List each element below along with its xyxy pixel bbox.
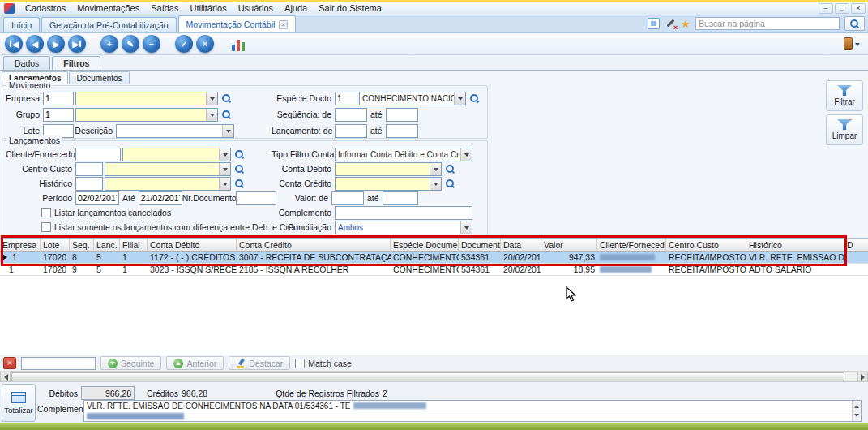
col-data[interactable]: Data <box>501 239 541 252</box>
filtrar-button[interactable]: Filtrar <box>826 80 863 111</box>
lancamento-de-input[interactable] <box>335 124 367 138</box>
add-record-button[interactable]: + <box>100 35 118 53</box>
lancamento-ate-input[interactable] <box>386 124 418 138</box>
historico-input[interactable] <box>75 177 103 191</box>
tab-movimentacao-contabil[interactable]: Movimentação Contábil × <box>178 15 297 32</box>
tools-icon[interactable] <box>665 18 676 29</box>
highlight-button[interactable]: Destacar <box>229 356 290 370</box>
empresa-combo[interactable] <box>75 92 218 105</box>
menu-ajuda[interactable]: Ajuda <box>279 2 313 14</box>
col-especie-documento[interactable]: Espécie Documento <box>391 239 459 252</box>
cliente-fornecedor-combo[interactable] <box>122 148 231 161</box>
panel-icon[interactable] <box>648 18 660 29</box>
tab-filtros[interactable]: Filtros <box>52 56 100 70</box>
scroll-down-icon[interactable] <box>854 414 859 419</box>
memo-scrollbar[interactable] <box>852 401 861 421</box>
tab-close-icon[interactable]: × <box>279 20 288 29</box>
periodo-ate-input[interactable] <box>139 191 182 205</box>
cliente-lookup-icon[interactable] <box>233 148 246 161</box>
scrollbar-thumb[interactable] <box>11 372 844 381</box>
empresa-lookup-icon[interactable] <box>220 92 233 105</box>
maximize-button[interactable]: □ <box>835 3 849 14</box>
minimize-button[interactable]: – <box>819 3 833 14</box>
scroll-up-icon[interactable] <box>854 402 859 408</box>
previous-record-button[interactable]: ◀ <box>26 35 44 53</box>
page-search-input[interactable] <box>695 17 840 30</box>
find-previous-button[interactable]: Anterior <box>166 356 224 370</box>
listar-cancelados-checkbox[interactable] <box>41 208 51 217</box>
valor-de-input[interactable] <box>331 191 364 205</box>
conta-debito-lookup-icon[interactable] <box>443 162 457 176</box>
grid-row-1[interactable]: 1 17020 8 5 1 1172 - ( - ) CRÉDITOS 3007… <box>0 252 868 264</box>
totalizar-button[interactable]: Totalizar <box>2 384 36 422</box>
find-next-button[interactable]: Seguinte <box>100 356 161 370</box>
find-close-button[interactable]: × <box>3 357 16 369</box>
col-centro-custo[interactable]: Centro Custo <box>666 239 746 252</box>
find-input[interactable] <box>21 357 96 370</box>
especie-docto-combo[interactable]: CONHECIMENTO NACIONAL <box>359 92 466 105</box>
search-button[interactable] <box>844 16 865 31</box>
tipo-filtro-conta-combo[interactable]: Informar Conta Débito e Conta Crédito <box>335 148 472 161</box>
col-empresa[interactable]: Empresa <box>0 239 41 252</box>
complemento-filter-input[interactable] <box>335 206 472 220</box>
conciliacao-combo[interactable]: Ambos <box>335 221 472 234</box>
first-record-button[interactable]: ◀ <box>5 35 23 53</box>
subtab-documentos[interactable]: Documentos <box>69 71 129 84</box>
col-lote[interactable]: Lote <box>41 239 70 252</box>
menu-cadastros[interactable]: Cadastros <box>19 2 71 14</box>
col-d[interactable]: D <box>844 239 868 252</box>
nr-documento-input[interactable] <box>236 191 276 205</box>
especie-docto-input[interactable] <box>335 92 357 105</box>
historico-combo[interactable] <box>105 177 231 191</box>
col-historico[interactable]: Histórico <box>746 239 844 252</box>
centro-custo-input[interactable] <box>75 162 103 176</box>
next-record-button[interactable]: ▶ <box>47 35 65 53</box>
col-cliente-fornecedor[interactable]: Cliente/Fornecedor <box>597 239 666 252</box>
listar-diferenca-checkbox[interactable] <box>41 222 51 232</box>
delete-record-button[interactable]: − <box>143 35 160 53</box>
col-conta-credito[interactable]: Conta Crédito <box>237 239 391 252</box>
edit-record-button[interactable]: ✎ <box>122 35 139 53</box>
descricao-combo[interactable] <box>116 124 234 138</box>
periodo-de-input[interactable] <box>75 191 119 205</box>
especie-lookup-icon[interactable] <box>468 92 481 105</box>
horizontal-scrollbar[interactable] <box>0 371 868 381</box>
menu-saidas[interactable]: Saídas <box>145 2 184 14</box>
conta-debito-combo[interactable] <box>335 162 442 176</box>
match-case-checkbox[interactable] <box>295 359 305 368</box>
conta-credito-combo[interactable] <box>335 177 442 191</box>
col-lanc[interactable]: Lanc. <box>94 239 120 252</box>
col-filial[interactable]: Filial <box>120 239 148 252</box>
col-seq[interactable]: Seq. <box>70 239 94 252</box>
col-documento[interactable]: Documento <box>459 239 501 252</box>
chart-button[interactable] <box>229 35 250 53</box>
menu-usuarios[interactable]: Usuários <box>233 2 279 14</box>
close-button[interactable]: × <box>851 3 866 14</box>
limpar-button[interactable]: Limpar <box>826 114 863 145</box>
tab-dados[interactable]: Dados <box>3 56 50 70</box>
cliente-fornecedor-input[interactable] <box>75 148 121 161</box>
historico-lookup-icon[interactable] <box>233 177 246 191</box>
grid-row-2[interactable]: 1 17020 9 5 1 3023 - ISSQN S/RECEITA 218… <box>0 264 868 276</box>
centro-custo-combo[interactable] <box>105 162 231 176</box>
sequencia-ate-input[interactable] <box>386 108 418 122</box>
exit-button[interactable] <box>844 37 863 50</box>
tab-inicio[interactable]: Início <box>3 17 40 32</box>
menu-utilitarios[interactable]: Utilitários <box>184 2 232 14</box>
conta-credito-lookup-icon[interactable] <box>443 177 457 191</box>
grupo-input[interactable] <box>43 108 74 122</box>
menu-movimentacoes[interactable]: Movimentações <box>71 2 145 14</box>
cancel-button[interactable]: × <box>196 35 214 53</box>
empresa-input[interactable] <box>43 92 74 105</box>
col-conta-debito[interactable]: Conta Débito <box>148 239 237 252</box>
valor-ate-input[interactable] <box>383 191 418 205</box>
menu-sair-do-sistema[interactable]: Sair do Sistema <box>313 2 387 14</box>
grupo-combo[interactable] <box>75 108 218 122</box>
favorite-star-icon[interactable]: ★ <box>681 19 691 29</box>
confirm-button[interactable]: ✓ <box>175 35 193 53</box>
col-valor[interactable]: Valor <box>541 239 597 252</box>
sequencia-de-input[interactable] <box>335 108 367 122</box>
grupo-lookup-icon[interactable] <box>220 108 233 122</box>
complemento-memo[interactable]: VLR. RFTE. EMISSAO DE CONHECIMENTOS NA D… <box>83 400 862 422</box>
centro-custo-lookup-icon[interactable] <box>233 162 246 176</box>
